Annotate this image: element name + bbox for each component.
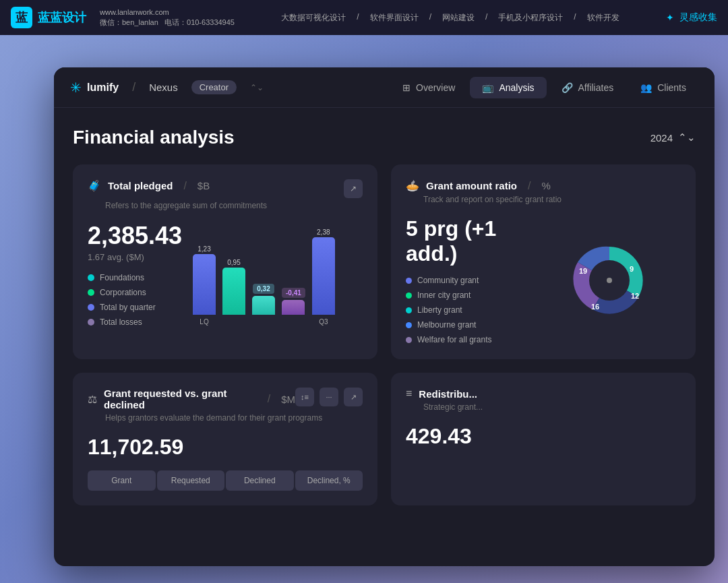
donut-label-12: 12 [631,292,639,300]
declined-icon: ⚖ [88,393,97,406]
pledged-legend: Foundations Corporations Total by quarte… [88,273,182,327]
losses-dot [88,319,94,326]
card-header-pledged: 🧳 Total pledged / $B ↗ [88,179,363,198]
liberty-dot [406,307,412,313]
page-header: Financial analysis 2024 ⌃⌄ [73,127,696,148]
pledged-unit: $B [198,180,210,191]
donut-label-16: 16 [591,303,599,311]
inspiration-link[interactable]: ✦ 灵感收集 [666,11,717,24]
tab-affiliates-label: Affiliates [578,82,614,93]
pledged-left: 2,385.43 1.67 avg. ($M) Foundations Corp… [88,222,182,327]
year-value: 2024 [650,132,673,144]
grant-liberty: Liberty grant [406,305,527,315]
donut-center [607,278,612,283]
legend-total-quarter: Total by quarter [88,303,182,312]
grant-community: Community grant [406,276,527,285]
ratio-unit: % [541,180,550,191]
grant-innercity: Inner city grant [406,290,527,300]
affiliates-icon: 🔗 [562,82,573,93]
creator-badge[interactable]: Creator [191,80,237,94]
col-grant: Grant [88,470,156,491]
tab-affiliates[interactable]: 🔗 Affiliates [549,77,626,98]
redistribution-card: ≡ Redistribu... Strategic grant... 429.4… [391,373,696,505]
legend-corporations: Corporations [88,288,182,297]
bar-q3-label: Q3 [319,318,328,326]
ratio-content: 5 prg (+1 add.) Community grant Inner ci… [406,216,681,344]
bar-chart: LQ 1,23 0,95 0,32 [193,222,363,327]
contact-info: www.lanlanwork.com 微信：ben_lanlan 电话：010-… [100,7,235,28]
bar-neg-rect [282,300,305,315]
pledged-expand-button[interactable]: ↗ [344,179,363,198]
bar-lq-value: 1,23 [198,245,210,253]
sort-button[interactable]: ↕≡ [295,388,314,406]
bar-032-rect [252,296,275,315]
redistrib-title: Redistribu... [419,388,477,400]
bar-neg041: -0,41 [282,288,305,315]
year-selector[interactable]: 2024 ⌃⌄ [650,131,696,144]
redistrib-icon: ≡ [406,388,412,400]
redistrib-title-row: ≡ Redistribu... [406,388,477,400]
top-nav: 大数据可视化设计 / 软件界面设计 / 网站建设 / 手机及小程序设计 / 软件… [248,12,653,24]
quarter-dot [88,304,94,311]
donut-chart-container: 9 12 16 19 [538,216,681,344]
tab-analysis[interactable]: 📺 Analysis [470,77,546,98]
app-nav: ✳ lumify / Nexus Creator ⌃⌄ ⊞ Overview 📺… [54,67,715,108]
card-title-row-pledged: 🧳 Total pledged / $B [88,179,210,192]
bar-032: 0,32 [252,284,275,315]
tab-clients[interactable]: 👥 Clients [628,77,698,98]
logo-text: 蓝蓝设计 [38,9,86,26]
breadcrumb-nexus: Nexus [149,82,178,93]
bar-032-label: 0,32 [253,284,274,294]
tab-overview-label: Overview [416,82,455,93]
table-headers: Grant Requested Declined Declined, % [88,470,363,491]
page-title: Financial analysis [73,127,235,148]
card-header-ratio: 🥧 Grant amount ratio / % [406,179,681,192]
innercity-dot [406,293,412,299]
corporations-dot [88,289,94,296]
ratio-icon: 🥧 [406,179,419,192]
pledged-subtitle: Refers to the aggregate sum of commitmen… [105,201,363,210]
brand-logo: 蓝 蓝蓝设计 [11,7,86,28]
clients-icon: 👥 [640,82,652,93]
ratio-main-value: 5 prg (+1 add.) [406,216,527,266]
nav-arrows[interactable]: ⌃⌄ [250,83,264,92]
bar-neg-label: -0,41 [282,288,305,298]
year-arrows[interactable]: ⌃⌄ [678,131,696,144]
pledged-avg: 1.67 avg. ($M) [88,252,182,262]
ratio-title: Grant amount ratio [426,180,517,191]
total-pledged-card: 🧳 Total pledged / $B ↗ Refers to the agg… [73,164,377,359]
nav-tabs: ⊞ Overview 📺 Analysis 🔗 Affiliates 👥 Cli… [390,77,698,98]
main-content: Financial analysis 2024 ⌃⌄ 🧳 Total pledg… [54,108,715,566]
grant-declined-card: ⚖ Grant requested vs. grant declined / $… [73,373,377,505]
nav-divider: / [132,80,135,94]
redistrib-main-value: 429.43 [406,424,681,449]
app-window: ✳ lumify / Nexus Creator ⌃⌄ ⊞ Overview 📺… [54,67,715,566]
welfare-dot [406,337,412,343]
melbourne-dot [406,322,412,328]
declined-subtitle: Helps grantors evaluate the demand for t… [105,413,363,423]
bar-095: 0,95 [222,268,245,315]
pledged-icon: 🧳 [88,179,101,192]
bar-095-value: 0,95 [227,259,240,266]
pledged-main-value: 2,385.43 [88,222,182,249]
declined-title: Grant requested vs. grant declined [104,388,257,410]
pledged-title: Total pledged [108,180,173,191]
donut-chart-svg: 9 12 16 19 [566,237,653,324]
logo-icon: 蓝 [11,7,32,28]
declined-title-row: ⚖ Grant requested vs. grant declined / $… [88,388,295,410]
brand-icon: ✳ [70,80,82,96]
bar-095-rect [222,268,245,315]
analysis-icon: 📺 [482,82,493,93]
grant-welfare: Welfare for all grants [406,335,527,344]
tab-analysis-label: Analysis [499,82,534,93]
redistrib-header: ≡ Redistribu... [406,388,681,400]
declined-expand-button[interactable]: ↗ [344,388,363,406]
more-button[interactable]: ··· [320,388,338,406]
tab-overview[interactable]: ⊞ Overview [390,77,467,98]
declined-unit: $M [281,394,295,405]
bar-lq-label: LQ [200,318,208,326]
bar-lq: LQ 1,23 [193,254,216,315]
declined-actions: ↕≡ ··· ↗ [295,388,363,406]
pledged-chart-area: 2,385.43 1.67 avg. ($M) Foundations Corp… [88,222,363,327]
donut-label-19: 19 [579,267,587,275]
